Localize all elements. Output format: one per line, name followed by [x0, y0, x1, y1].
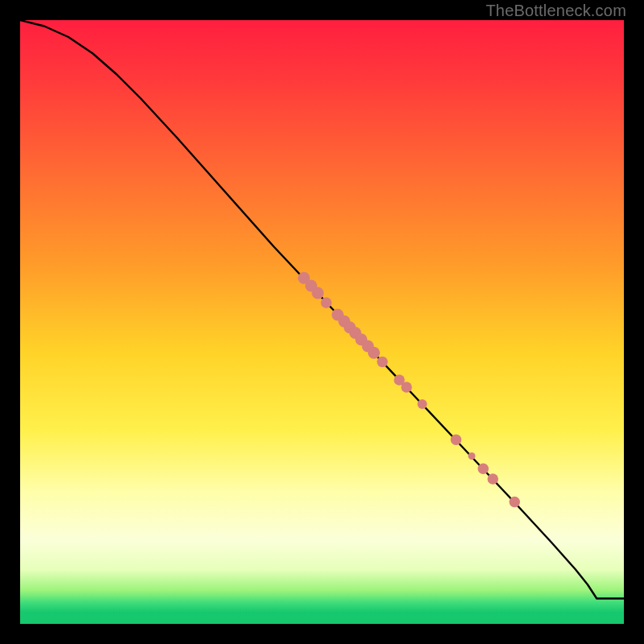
data-dot [478, 464, 489, 475]
data-dot [377, 357, 388, 368]
main-curve [20, 20, 624, 599]
curve-layer [20, 20, 624, 624]
data-dot [401, 382, 412, 393]
data-dot [368, 347, 380, 359]
data-dot [321, 297, 332, 308]
watermark-text: TheBottleneck.com [485, 2, 626, 20]
chart-frame: TheBottleneck.com [0, 0, 644, 644]
data-dot [451, 435, 462, 446]
plot-area [20, 20, 624, 624]
data-dot [488, 473, 499, 485]
data-dot [418, 399, 427, 409]
data-dot [510, 497, 521, 508]
data-dot [469, 452, 476, 460]
data-dot [312, 287, 324, 299]
